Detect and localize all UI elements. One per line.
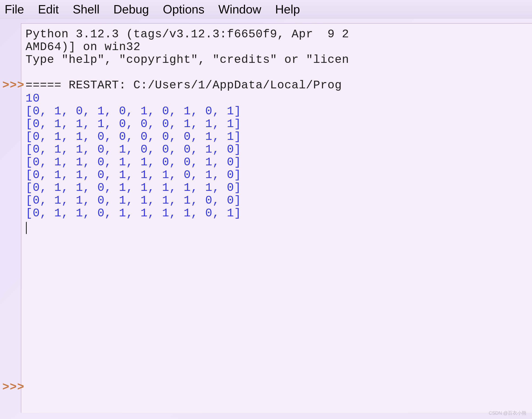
help-hint-line: Type "help", "copyright", "credits" or "… bbox=[26, 53, 349, 66]
prompt-indicator: >>> bbox=[2, 79, 25, 92]
shell-output: 10 [0, 1, 0, 1, 0, 1, 0, 1, 0, 1] [0, 1,… bbox=[26, 92, 532, 220]
output-line: [0, 1, 1, 1, 0, 0, 0, 1, 1, 1] bbox=[26, 117, 241, 131]
watermark-text: CSDN @百衣小熊 bbox=[489, 410, 526, 416]
input-line[interactable] bbox=[26, 222, 532, 235]
output-line: [0, 1, 1, 0, 1, 0, 0, 0, 1, 0] bbox=[26, 143, 241, 156]
python-version-text: Python 3.12.3 (tags/v3.12.3:f6650f9, Apr… bbox=[26, 28, 532, 66]
restart-banner: ===== RESTART: C:/Users/1/AppData/Local/… bbox=[26, 79, 532, 92]
output-line: [0, 1, 1, 0, 1, 1, 0, 0, 1, 0] bbox=[26, 156, 241, 169]
menu-file[interactable]: File bbox=[5, 2, 24, 16]
menu-edit[interactable]: Edit bbox=[38, 2, 59, 16]
version-line: Python 3.12.3 (tags/v3.12.3:f6650f9, Apr… bbox=[26, 27, 349, 41]
menu-window[interactable]: Window bbox=[218, 2, 261, 16]
menu-debug[interactable]: Debug bbox=[113, 2, 149, 16]
prompt-indicator: >>> bbox=[2, 381, 25, 393]
output-line: [0, 1, 1, 0, 1, 1, 1, 1, 1, 0] bbox=[26, 181, 241, 194]
output-line: [0, 1, 1, 0, 0, 0, 0, 0, 1, 1] bbox=[26, 130, 241, 143]
menu-options[interactable]: Options bbox=[163, 2, 204, 16]
menu-bar: File Edit Shell Debug Options Window Hel… bbox=[0, 0, 532, 19]
menu-shell[interactable]: Shell bbox=[73, 2, 99, 16]
version-line: AMD64)] on win32 bbox=[26, 40, 141, 53]
menu-help[interactable]: Help bbox=[275, 2, 300, 16]
text-cursor bbox=[26, 222, 27, 234]
output-line: [0, 1, 1, 0, 1, 1, 1, 1, 0, 1] bbox=[26, 207, 241, 220]
output-line: 10 bbox=[26, 92, 40, 105]
output-line: [0, 1, 0, 1, 0, 1, 0, 1, 0, 1] bbox=[26, 105, 241, 118]
shell-text-area[interactable]: >>> >>> Python 3.12.3 (tags/v3.12.3:f665… bbox=[21, 23, 532, 413]
output-line: [0, 1, 1, 0, 1, 1, 1, 1, 0, 0] bbox=[26, 194, 241, 207]
output-line: [0, 1, 1, 0, 1, 1, 1, 0, 1, 0] bbox=[26, 168, 241, 182]
